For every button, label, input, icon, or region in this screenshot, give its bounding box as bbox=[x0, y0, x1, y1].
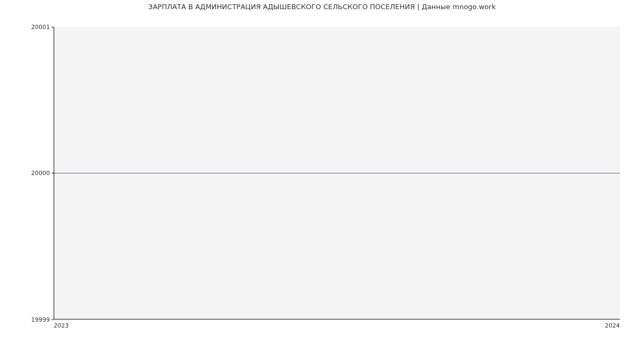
chart-title: ЗАРПЛАТА В АДМИНИСТРАЦИЯ АДЫШЕВСКОГО СЕЛ… bbox=[0, 3, 644, 11]
salary-chart: ЗАРПЛАТА В АДМИНИСТРАЦИЯ АДЫШЕВСКОГО СЕЛ… bbox=[0, 0, 644, 349]
y-tick-mark bbox=[52, 319, 54, 320]
x-tick-end: 2024 bbox=[605, 322, 620, 329]
data-line bbox=[54, 173, 620, 173]
plot-area bbox=[54, 27, 620, 319]
y-tick-upper: 20001 bbox=[31, 24, 50, 31]
y-tick-mid: 20000 bbox=[31, 170, 50, 177]
x-tick-start: 2023 bbox=[54, 322, 69, 329]
y-tick-lower: 19999 bbox=[31, 316, 50, 323]
